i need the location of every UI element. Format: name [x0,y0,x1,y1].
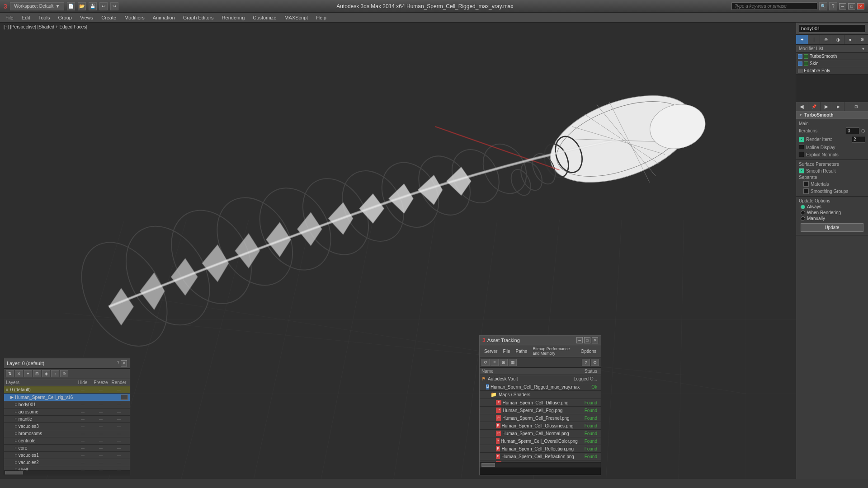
open-btn[interactable]: 📂 [78,2,86,10]
restore-btn[interactable]: □ [848,3,855,9]
modifier-item-skin[interactable]: Skin [796,60,868,67]
panel-tab-modify[interactable]: | [808,35,821,44]
nav-sub-prev[interactable]: ◀| [796,102,808,111]
object-name-input[interactable] [799,24,865,33]
asset-scroll-thumb[interactable] [481,463,495,467]
layer-tb-add[interactable]: + [24,370,32,377]
layer-scroll-thumb[interactable] [5,471,23,474]
ts-renderiters-check[interactable]: ✓ [799,137,804,142]
modifier-item-turbosmooth[interactable]: TurboSmooth [796,53,868,60]
redo-btn[interactable]: ↪ [110,2,118,10]
asset-item-fog[interactable]: P Human_Sperm_Cell_Fog.png Found [480,407,601,414]
layer-item-centriole[interactable]: □ centriole — — — [4,437,130,445]
asset-scrollbar-h[interactable] [480,462,601,467]
layer-item-hromosoms[interactable]: □ hromosoms — — — [4,430,130,437]
minimize-btn[interactable]: ─ [839,3,846,9]
asset-menu-file[interactable]: File [500,348,513,354]
menu-graph-editors[interactable]: Graph Editors [179,14,217,21]
viewport-3d[interactable]: [+] [Perspective] [Shaded + Edged Faces]… [0,23,796,479]
layer-item-acrosome[interactable]: □ acrosome — — — [4,408,130,416]
nav-sub-next[interactable]: |▶ [821,102,833,111]
menu-file[interactable]: File [2,14,17,21]
layer-item-mantle[interactable]: □ mantle — — — [4,416,130,423]
menu-help[interactable]: Help [312,14,330,21]
layer-panel-help[interactable]: ? [117,360,119,366]
asset-panel-close[interactable]: ✕ [592,337,598,343]
asset-item-refraction[interactable]: P Human_Sperm_Cell_Refraction.png Found [480,453,601,460]
layer-item-default[interactable]: ≡ 0 (default) — — — [4,386,130,394]
layer-tb-delete[interactable]: ✕ [15,370,23,377]
workspace-selector[interactable]: Workspace: Default ▼ [10,2,64,10]
ts-manually-radio[interactable] [801,216,805,221]
ts-always-radio[interactable] [801,205,805,209]
ts-materials-check[interactable] [803,181,809,187]
menu-edit[interactable]: Edit [18,14,34,21]
layer-tb-expand[interactable]: ⊕ [60,370,68,377]
nav-sub-expand[interactable]: ⊡ [844,102,868,111]
layer-item-vacuoles3[interactable]: □ vacuoles3 — — — [4,423,130,430]
ts-whenrendering-radio[interactable] [801,211,805,215]
ts-renderiters-input[interactable] [852,136,865,143]
asset-item-maxfile[interactable]: M Human_Sperm_Cell_Rigged_max_vray.max O… [480,383,601,391]
menu-maxscript[interactable]: MAXScript [281,14,311,21]
save-btn[interactable]: 💾 [89,2,97,10]
asset-item-reflection[interactable]: P Human_Sperm_Cell_Reflection.png Found [480,445,601,453]
ts-isoline-check[interactable] [799,145,804,150]
menu-customize[interactable]: Customize [249,14,280,21]
layer-tb-sort[interactable]: ⇅ [6,370,14,377]
undo-btn[interactable]: ↩ [99,2,108,10]
help-btn[interactable]: ? [829,2,837,10]
nav-sub-next2[interactable]: ▶ [832,102,844,111]
asset-menu-server[interactable]: Server [481,348,500,354]
panel-tab-hierarchy[interactable]: ⊕ [820,35,832,44]
panel-tab-create[interactable]: ✦ [796,35,808,44]
asset-item-diffuse[interactable]: P Human_Sperm_Cell_Diffuse.png Found [480,399,601,407]
nav-sub-pin[interactable]: 📌 [808,102,821,111]
ts-explicit-check[interactable] [799,152,804,157]
ts-smooth-check[interactable]: ✓ [799,168,804,174]
menu-modifiers[interactable]: Modifiers [121,14,148,21]
layer-item-shell[interactable]: □ shell — — — [4,466,130,470]
layer-item-vacuoles1[interactable]: □ vacuoles1 — — — [4,452,130,459]
panel-tab-motion[interactable]: ◑ [832,35,844,44]
menu-views[interactable]: Views [76,14,97,21]
panel-tab-utilities[interactable]: ⚙ [856,35,868,44]
close-btn[interactable]: ✕ [857,3,864,9]
asset-item-vault[interactable]: ⚑ Autodesk Vault Logged O... [480,375,601,383]
asset-menu-bitmap[interactable]: Bitmap Performance and Memory [530,346,578,356]
search-button[interactable]: 🔍 [819,2,827,10]
asset-menu-options[interactable]: Options [578,348,599,354]
asset-panel-restore[interactable]: □ [584,337,590,343]
menu-create[interactable]: Create [98,14,120,21]
asset-item-normal[interactable]: P Human_Sperm_Cell_Normal.png Found [480,430,601,437]
layer-check-rig[interactable] [121,394,128,400]
ts-iterations-input[interactable] [846,127,859,134]
asset-item-overallcolor[interactable]: P Human_Sperm_Cell_OverallColor.png Foun… [480,437,601,445]
menu-group[interactable]: Group [54,14,75,21]
search-input[interactable] [731,2,817,10]
asset-tb-grid[interactable]: ⊞ [500,359,508,366]
asset-panel-minimize[interactable]: ─ [576,337,583,343]
layer-panel-close[interactable]: ✕ [121,360,127,366]
layer-tb-find[interactable]: ⊞ [33,370,41,377]
layer-item-core[interactable]: □ core — — — [4,445,130,452]
new-btn[interactable]: 📄 [67,2,75,10]
layer-tb-select[interactable]: ◈ [42,370,50,377]
asset-tb-settings[interactable]: ⚙ [591,359,599,366]
asset-item-glossines[interactable]: P Human_Sperm_Cell_Glossines.png Found [480,422,601,430]
asset-item-maps[interactable]: 📁 Maps / Shaders [480,391,601,399]
ts-smoothgroups-check[interactable] [803,188,809,194]
layer-item-body001[interactable]: □ body001 — — — [4,401,130,408]
asset-tb-list[interactable]: ≡ [491,359,499,366]
modifier-item-editpoly[interactable]: Editable Poly [796,67,868,75]
ts-iterations-spinner[interactable]: ⬡ [861,128,865,133]
layer-tb-move[interactable]: ↑ [51,370,59,377]
asset-item-fresnel[interactable]: P Human_Sperm_Cell_Fresnel.png Found [480,414,601,422]
layer-item-rig[interactable]: ▶ Human_Sperm_Cell_rig_v16 [4,394,130,401]
menu-rendering[interactable]: Rendering [218,14,249,21]
menu-animation[interactable]: Animation [149,14,179,21]
asset-tb-tree[interactable]: ▦ [509,359,517,366]
ts-update-button[interactable]: Update [801,223,863,232]
layer-item-vacuoles2[interactable]: □ vacuoles2 — — — [4,459,130,466]
asset-menu-paths[interactable]: Paths [513,348,530,354]
